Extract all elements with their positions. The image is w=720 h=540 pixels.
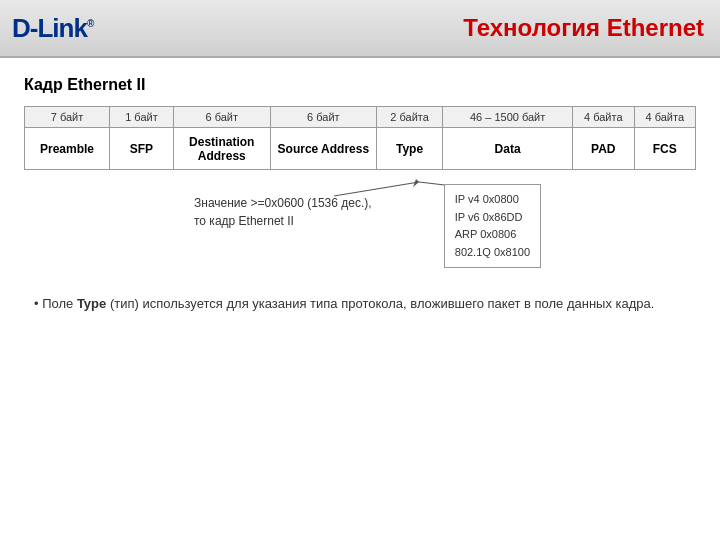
th-preamble: 7 байт [25, 107, 110, 128]
bottom-text: Поле Type (тип) используется для указани… [24, 294, 696, 314]
ip-line4: 802.1Q 0x8100 [455, 244, 530, 262]
annotation-line2: то кадр Ethernet II [194, 212, 372, 230]
logo-area: D-Link® [12, 13, 93, 44]
logo-reg: ® [87, 18, 93, 29]
ip-box: IP v4 0x0800 IP v6 0x86DD ARP 0x0806 802… [444, 184, 541, 268]
cell-dest: Destination Address [173, 128, 270, 170]
annotation-area: Значение >=0x0600 (1536 дес.), то кадр E… [24, 174, 696, 284]
header: D-Link® Технология Ethernet [0, 0, 720, 58]
th-pad: 4 байта [573, 107, 634, 128]
bottom-middle: (тип) [106, 296, 139, 311]
data-row: Preamble SFP Destination Address Source … [25, 128, 696, 170]
th-src: 6 байт [270, 107, 376, 128]
annotation-line1: Значение >=0x0600 (1536 дес.), [194, 194, 372, 212]
page-title: Технология Ethernet [463, 14, 704, 42]
header-row: 7 байт 1 байт 6 байт 6 байт 2 байта 46 –… [25, 107, 696, 128]
th-dest: 6 байт [173, 107, 270, 128]
cell-src: Source Address [270, 128, 376, 170]
cell-pad: PAD [573, 128, 634, 170]
th-type: 2 байта [377, 107, 443, 128]
th-sfp: 1 байт [110, 107, 174, 128]
ip-line1: IP v4 0x0800 [455, 191, 530, 209]
cell-preamble: Preamble [25, 128, 110, 170]
content: Кадр Ethernet II 7 байт 1 байт 6 байт 6 … [0, 58, 720, 332]
ip-line3: ARP 0x0806 [455, 226, 530, 244]
bottom-prefix: Поле [42, 296, 77, 311]
annotation-box: Значение >=0x0600 (1536 дес.), то кадр E… [194, 194, 372, 230]
section-title: Кадр Ethernet II [24, 76, 696, 94]
frame-table: 7 байт 1 байт 6 байт 6 байт 2 байта 46 –… [24, 106, 696, 170]
svg-marker-1 [413, 179, 419, 187]
cell-fcs: FCS [634, 128, 696, 170]
logo: D-Link® [12, 13, 93, 44]
ip-line2: IP v6 0x86DD [455, 209, 530, 227]
cell-data: Data [443, 128, 573, 170]
cell-type: Type [377, 128, 443, 170]
bottom-bold1: Type [77, 296, 106, 311]
bottom-rest: используется для указания типа протокола… [139, 296, 655, 311]
th-data: 46 – 1500 байт [443, 107, 573, 128]
cell-sfp: SFP [110, 128, 174, 170]
th-fcs: 4 байта [634, 107, 696, 128]
